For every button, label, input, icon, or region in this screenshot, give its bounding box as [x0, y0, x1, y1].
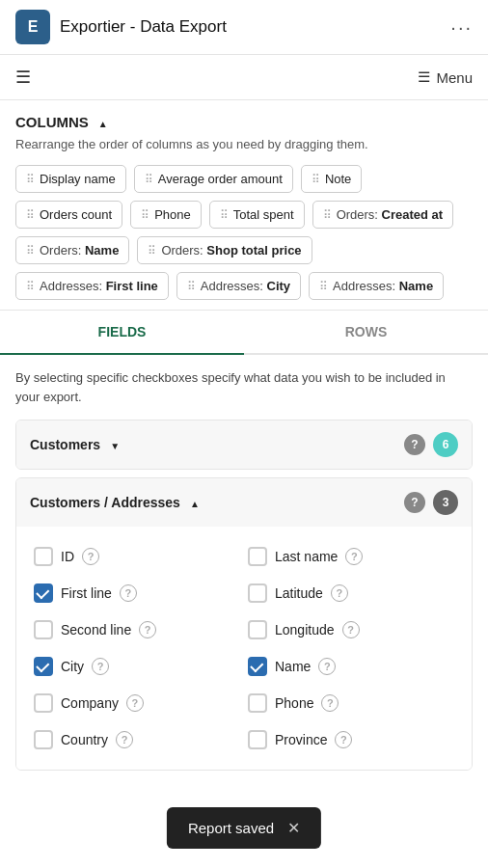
- checkbox-city[interactable]: [34, 657, 53, 676]
- accordion-customers: Customers ? 6: [15, 420, 473, 470]
- drag-icon: ⠿: [26, 244, 35, 258]
- checkbox-item-latitude: Latitude ?: [244, 575, 458, 611]
- second-line-help-icon[interactable]: ?: [139, 621, 156, 638]
- checkbox-label-longitude: Longitude: [275, 622, 335, 637]
- name-help-icon[interactable]: ?: [318, 658, 336, 675]
- addresses-help-icon[interactable]: ?: [404, 492, 425, 513]
- drag-icon: ⠿: [26, 173, 35, 186]
- checkbox-item-city: City ?: [30, 648, 244, 685]
- province-help-icon[interactable]: ?: [335, 731, 352, 748]
- toast-close-button[interactable]: ✕: [287, 819, 300, 837]
- col-tag-addr-name[interactable]: ⠿ Addresses: Name: [309, 272, 444, 300]
- col-tag-addr-city[interactable]: ⠿ Addresses: City: [176, 272, 301, 300]
- col-tag-orders-count[interactable]: ⠿ Orders count: [15, 201, 122, 229]
- col-tag-label: Phone: [154, 207, 191, 222]
- checkbox-first-line[interactable]: [34, 583, 53, 603]
- hamburger-icon[interactable]: ☰: [15, 67, 31, 88]
- toast-notification: Report saved ✕: [167, 807, 321, 849]
- col-tag-orders-name[interactable]: ⠿ Orders: Name: [15, 236, 129, 264]
- col-tag-addr-first[interactable]: ⠿ Addresses: First line: [15, 272, 169, 300]
- col-tag-display-name[interactable]: ⠿ Display name: [15, 165, 126, 193]
- checkbox-phone[interactable]: [248, 693, 267, 713]
- fields-description: By selecting specific checkboxes specify…: [15, 368, 473, 406]
- checkbox-item-name: Name ?: [244, 648, 458, 685]
- columns-header: COLUMNS: [15, 114, 473, 130]
- checkbox-second-line[interactable]: [34, 620, 53, 639]
- id-help-icon[interactable]: ?: [82, 548, 99, 565]
- col-tag-label: Orders: Created at: [337, 207, 444, 222]
- checkbox-item-second-line: Second line ?: [30, 611, 244, 648]
- col-tag-total-spent[interactable]: ⠿ Total spent: [209, 201, 305, 229]
- customers-help-icon[interactable]: ?: [404, 434, 425, 455]
- col-tag-orders-shop[interactable]: ⠿ Orders: Shop total price: [137, 236, 312, 264]
- tabs-bar: FIELDS ROWS: [0, 311, 488, 355]
- phone-help-icon[interactable]: ?: [321, 694, 339, 712]
- checkbox-item-phone: Phone ?: [244, 685, 458, 721]
- col-tag-orders-created[interactable]: ⠿ Orders: Created at: [312, 201, 454, 229]
- menu-label: Menu: [436, 69, 473, 86]
- col-tag-label: Orders: Shop total price: [161, 243, 301, 258]
- col-tag-note[interactable]: ⠿ Note: [301, 165, 362, 193]
- accordion-customers-header[interactable]: Customers ? 6: [16, 420, 472, 469]
- more-options-icon[interactable]: ···: [450, 16, 473, 39]
- checkbox-name[interactable]: [248, 657, 267, 676]
- col-tag-label: Addresses: First line: [40, 279, 158, 293]
- drag-icon: ⠿: [312, 173, 320, 186]
- longitude-help-icon[interactable]: ?: [342, 621, 360, 638]
- checkbox-item-country: Country ?: [30, 721, 244, 758]
- checkbox-label-id: ID: [61, 549, 74, 564]
- checkbox-label-company: Company: [61, 695, 119, 711]
- columns-title: COLUMNS: [15, 114, 89, 130]
- first-line-help-icon[interactable]: ?: [120, 584, 137, 602]
- col-tag-label: Note: [325, 172, 351, 186]
- app-header: E Exportier - Data Export ···: [0, 0, 488, 55]
- checkbox-province[interactable]: [248, 730, 267, 749]
- columns-section: COLUMNS Rearrange the order of columns a…: [0, 100, 488, 311]
- checkbox-company[interactable]: [34, 693, 53, 713]
- checkbox-label-latitude: Latitude: [275, 585, 323, 601]
- tab-rows[interactable]: ROWS: [244, 311, 488, 353]
- col-tag-phone[interactable]: ⠿ Phone: [130, 201, 202, 229]
- country-help-icon[interactable]: ?: [116, 731, 133, 748]
- menu-lines-icon: ☰: [418, 68, 430, 86]
- app-icon: E: [15, 10, 50, 44]
- checkbox-item-company: Company ?: [30, 685, 244, 721]
- col-tag-label: Addresses: Name: [333, 279, 433, 293]
- checkbox-item-last-name: Last name ?: [244, 538, 458, 575]
- tab-fields[interactable]: FIELDS: [0, 311, 244, 353]
- company-help-icon[interactable]: ?: [126, 694, 144, 712]
- drag-icon: ⠿: [323, 208, 332, 222]
- checkbox-item-first-line: First line ?: [30, 575, 244, 611]
- checkbox-label-country: Country: [61, 732, 108, 747]
- checkbox-id[interactable]: [34, 547, 53, 566]
- checkbox-country[interactable]: [34, 730, 53, 749]
- col-tag-label: Orders: Name: [40, 243, 119, 258]
- col-tag-average-order[interactable]: ⠿ Average order amount: [134, 165, 293, 193]
- addresses-badge: 3: [433, 490, 458, 515]
- checkbox-latitude[interactable]: [248, 583, 267, 603]
- app-title: Exportier - Data Export: [60, 17, 227, 37]
- latitude-help-icon[interactable]: ?: [331, 584, 348, 602]
- checkbox-label-second-line: Second line: [61, 622, 131, 637]
- col-tag-label: Total spent: [233, 207, 294, 222]
- columns-toggle-icon[interactable]: [95, 114, 108, 130]
- accordion-customers-addresses: Customers / Addresses ? 3 ID ? Last name…: [15, 477, 473, 771]
- checkbox-label-name: Name: [275, 659, 311, 674]
- accordion-customers-title: Customers: [30, 437, 120, 452]
- checkbox-longitude[interactable]: [248, 620, 267, 639]
- checkbox-last-name[interactable]: [248, 547, 267, 566]
- accordion-addresses-title: Customers / Addresses: [30, 495, 200, 510]
- drag-icon: ⠿: [220, 208, 229, 222]
- accordion-addresses-header[interactable]: Customers / Addresses ? 3: [16, 478, 472, 527]
- drag-icon: ⠿: [145, 173, 153, 186]
- chevron-up-icon: [186, 495, 200, 510]
- checkbox-label-last-name: Last name: [275, 549, 338, 564]
- menu-button[interactable]: ☰ Menu: [418, 68, 473, 86]
- last-name-help-icon[interactable]: ?: [345, 548, 363, 565]
- drag-icon: ⠿: [187, 280, 196, 293]
- checkbox-item-id: ID ?: [30, 538, 244, 575]
- columns-description: Rearrange the order of columns as you ne…: [15, 136, 473, 153]
- toast-message: Report saved: [188, 820, 274, 836]
- city-help-icon[interactable]: ?: [92, 658, 109, 675]
- drag-icon: ⠿: [26, 208, 35, 222]
